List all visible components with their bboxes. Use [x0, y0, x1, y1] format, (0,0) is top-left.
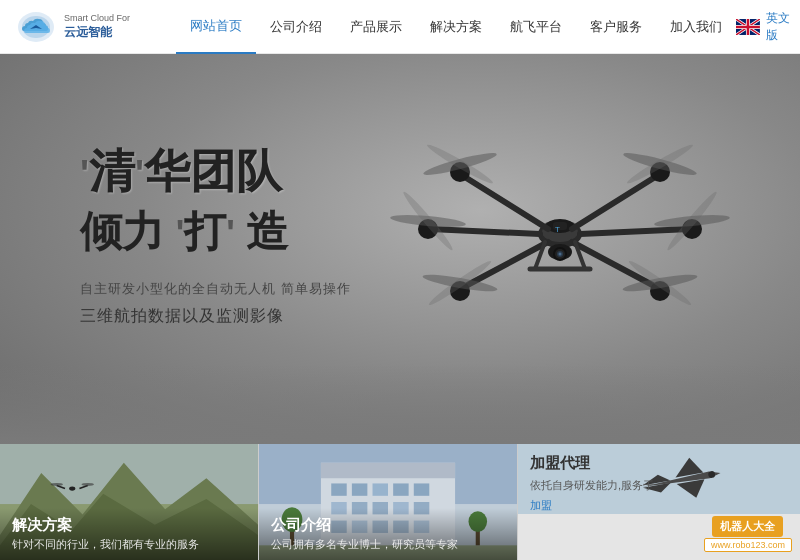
svg-line-9 [430, 229, 540, 234]
main-nav: 网站首页 公司介绍 产品展示 解决方案 航飞平台 客户服务 加入我们 [176, 0, 736, 54]
card-company[interactable]: 公司介绍 公司拥有多名专业博士，研究员等专家 [258, 444, 517, 560]
logo-icon [16, 9, 56, 45]
hero-quote3: ' [176, 213, 185, 254]
card-partnership-link[interactable]: 加盟 [530, 498, 788, 513]
hero-title-2: 倾力 '打' 造 [80, 207, 351, 257]
svg-line-10 [580, 229, 690, 234]
card-company-overlay: 公司介绍 公司拥有多名专业博士，研究员等专家 [259, 508, 517, 560]
hero-quote4: ' [226, 213, 235, 254]
card-partnership-title: 加盟代理 [530, 454, 788, 473]
nav-item-home[interactable]: 网站首页 [176, 0, 256, 54]
svg-line-8 [572, 174, 660, 229]
svg-rect-57 [414, 483, 429, 495]
header-right: 英文版 | OA系统 [736, 10, 800, 44]
hero-title-qing: 清 [89, 145, 135, 197]
svg-rect-55 [373, 483, 388, 495]
svg-point-47 [51, 483, 63, 486]
svg-point-38 [559, 253, 562, 256]
watermark-url: www.robo123.com [704, 538, 792, 552]
nav-item-platform[interactable]: 航飞平台 [496, 0, 576, 54]
site-header: Smart Cloud For 云远智能 网站首页 公司介绍 产品展示 解决方案… [0, 0, 800, 54]
svg-point-48 [82, 483, 94, 486]
lang-label[interactable]: 英文版 [766, 10, 800, 44]
card-partnership-desc: 依托自身研发能力,服务于 [530, 477, 788, 494]
hero-desc-2: 三维航拍数据以及监测影像 [80, 306, 351, 327]
drone-svg: T [350, 74, 770, 394]
drone-image: T [350, 74, 770, 394]
svg-rect-54 [352, 483, 367, 495]
bottom-cards: 解决方案 针对不同的行业，我们都有专业的服务 [0, 444, 800, 560]
nav-item-service[interactable]: 客户服务 [576, 0, 656, 54]
card-solutions-overlay: 解决方案 针对不同的行业，我们都有专业的服务 [0, 508, 258, 560]
hero-title-1: '清'华团队 [80, 144, 351, 199]
svg-rect-56 [393, 483, 408, 495]
hero-title-quote2: ' [135, 153, 144, 195]
logo-text: Smart Cloud For 云远智能 [64, 13, 130, 40]
watermark-badge: 机器人大全 [712, 516, 783, 537]
hero-title-quote1: ' [80, 153, 89, 195]
logo-area[interactable]: Smart Cloud For 云远智能 [16, 9, 176, 45]
svg-rect-52 [321, 463, 455, 478]
nav-item-solutions[interactable]: 解决方案 [416, 0, 496, 54]
hero-text-area: '清'华团队 倾力 '打' 造 自主研发小型化的全自动无人机 简单易操作 三维航… [80, 144, 351, 327]
svg-line-7 [460, 174, 548, 229]
nav-item-about[interactable]: 公司介绍 [256, 0, 336, 54]
card-company-desc: 公司拥有多名专业博士，研究员等专家 [271, 537, 505, 552]
svg-rect-53 [331, 483, 346, 495]
svg-point-44 [69, 487, 75, 491]
card-solutions[interactable]: 解决方案 针对不同的行业，我们都有专业的服务 [0, 444, 258, 560]
card-solutions-desc: 针对不同的行业，我们都有专业的服务 [12, 537, 246, 552]
hero-desc-1: 自主研发小型化的全自动无人机 简单易操作 [80, 280, 351, 298]
hero-section: '清'华团队 倾力 '打' 造 自主研发小型化的全自动无人机 简单易操作 三维航… [0, 54, 800, 444]
nav-item-join[interactable]: 加入我们 [656, 0, 736, 54]
uk-flag-icon [736, 19, 760, 35]
card-solutions-title: 解决方案 [12, 516, 246, 535]
nav-item-products[interactable]: 产品展示 [336, 0, 416, 54]
card-company-title: 公司介绍 [271, 516, 505, 535]
svg-text:T: T [555, 225, 560, 234]
